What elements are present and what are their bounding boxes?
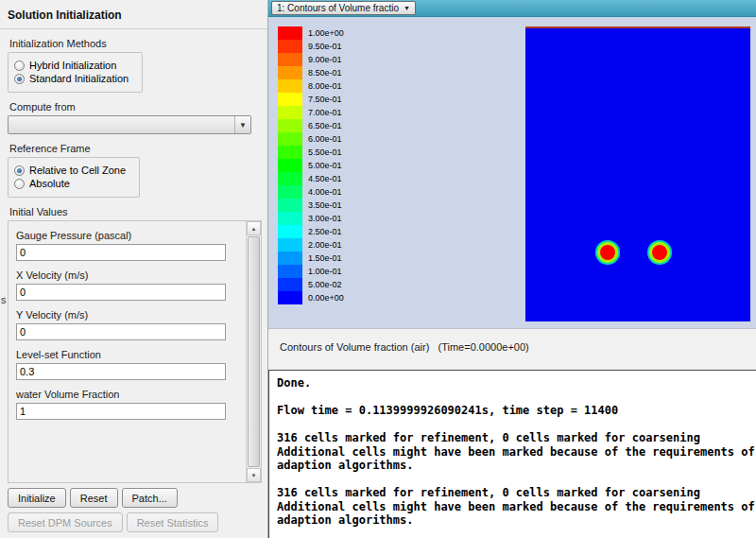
value-field-label: Gauge Pressure (pascal) [16, 230, 245, 241]
patch-button[interactable]: Patch... [122, 488, 178, 508]
clipped-edge-text: s [1, 294, 7, 305]
legend-value-label: 9.00e-01 [308, 55, 342, 64]
scroll-down-icon[interactable]: ▼ [247, 468, 261, 482]
legend-entry: 2.00e-01 [278, 238, 344, 252]
console-line: adaption algorithms. [277, 459, 748, 473]
legend-color-swatch [278, 40, 302, 53]
legend-entry: 1.00e+00 [278, 26, 344, 40]
legend-value-label: 4.00e-01 [308, 187, 342, 197]
console-line: adaption algorithms. [277, 513, 748, 528]
legend-value-label: 7.50e-01 [308, 95, 342, 104]
initial-values-label: Initial Values [9, 206, 267, 217]
legend-value-label: 8.50e-01 [308, 68, 342, 78]
radio-option[interactable]: Absolute [14, 178, 126, 189]
value-input[interactable] [16, 284, 226, 301]
legend-color-swatch [278, 53, 302, 66]
console-line: Done. [277, 376, 748, 390]
legend-color-swatch [278, 119, 302, 132]
legend-color-swatch [278, 291, 302, 304]
value-field: X Velocity (m/s) [9, 269, 245, 301]
value-input[interactable] [16, 323, 226, 340]
radio-option-label: Relative to Cell Zone [29, 165, 126, 176]
initial-values-fields: Gauge Pressure (pascal) X Velocity (m/s)… [9, 221, 245, 482]
legend-entry: 9.50e-01 [278, 40, 344, 53]
legend-value-label: 3.50e-01 [308, 200, 342, 210]
legend-entry: 7.50e-01 [278, 93, 344, 106]
legend-color-swatch [278, 265, 302, 278]
console-line: 316 cells marked for refinement, 0 cells… [277, 486, 748, 500]
value-field-label: Y Velocity (m/s) [16, 309, 245, 321]
reference-frame-group: Relative to Cell Zone Absolute [8, 157, 140, 198]
legend-value-label: 6.00e-01 [308, 134, 342, 144]
radio-button-icon[interactable] [14, 165, 25, 176]
legend-color-swatch [278, 132, 302, 146]
legend-entry: 3.00e-01 [278, 212, 344, 225]
legend-entry: 6.50e-01 [278, 119, 344, 132]
value-field: Gauge Pressure (pascal) [9, 230, 245, 261]
radio-option[interactable]: Hybrid Initialization [14, 60, 129, 71]
legend-value-label: 1.00e-01 [308, 267, 342, 276]
radio-option-label: Hybrid Initialization [29, 60, 116, 71]
console-output[interactable]: Done. Flow time = 0.1139999926090241s, t… [268, 370, 756, 538]
reset-dpm-sources-button: Reset DPM Sources [8, 512, 123, 532]
reset-button[interactable]: Reset [70, 488, 118, 508]
panel-title: Solution Initialization [0, 0, 267, 29]
scrollbar[interactable]: ▲ ▼ [246, 221, 261, 482]
radio-option-label: Absolute [29, 178, 70, 189]
chevron-down-icon[interactable]: ▼ [234, 116, 250, 133]
scroll-up-icon[interactable]: ▲ [247, 221, 261, 235]
legend-entry: 5.00e-02 [278, 278, 344, 291]
legend-color-swatch [278, 225, 302, 238]
initial-values-box: Gauge Pressure (pascal) X Velocity (m/s)… [8, 220, 262, 483]
legend-color-swatch [278, 252, 302, 265]
radio-button-icon[interactable] [14, 61, 25, 71]
graphics-window-header: 1: Contours of Volume fractio ▼ [268, 0, 756, 17]
legend-color-swatch [278, 26, 302, 40]
legend-value-label: 2.50e-01 [308, 227, 342, 236]
legend-value-label: 0.00e+00 [308, 293, 344, 303]
value-field: water Volume Fraction [9, 389, 245, 420]
radio-option[interactable]: Standard Initialization [14, 73, 129, 84]
bubble-contour-2 [649, 242, 670, 263]
legend-value-label: 3.00e-01 [308, 214, 342, 223]
legend-color-swatch [278, 79, 302, 93]
legend-value-label: 2.00e-01 [308, 240, 342, 250]
graphics-view-selector-label: 1: Contours of Volume fractio [277, 3, 399, 13]
console-line: Flow time = 0.1139999926090241s, time st… [277, 404, 748, 418]
value-field-label: water Volume Fraction [16, 389, 245, 400]
radio-option[interactable]: Relative to Cell Zone [14, 165, 126, 176]
legend-color-swatch [278, 66, 302, 79]
value-input[interactable] [16, 403, 226, 420]
colorbar-legend: 1.00e+00 9.50e-01 9.00e-01 8.50e [278, 26, 344, 304]
legend-value-label: 1.00e+00 [308, 28, 344, 38]
compute-from-label: Compute from [9, 101, 267, 113]
value-input[interactable] [16, 244, 226, 261]
legend-value-label: 9.50e-01 [308, 42, 342, 51]
value-input[interactable] [16, 363, 226, 380]
console-line: 316 cells marked for refinement, 0 cells… [277, 431, 748, 445]
legend-color-swatch [278, 159, 302, 172]
initialize-button[interactable]: Initialize [8, 488, 66, 508]
reference-frame-label: Reference Frame [9, 143, 267, 154]
legend-entry: 2.50e-01 [278, 225, 344, 238]
graphics-view-selector[interactable]: 1: Contours of Volume fractio ▼ [271, 1, 416, 15]
legend-value-label: 1.50e-01 [308, 253, 342, 263]
compute-from-dropdown[interactable]: ▼ [8, 115, 251, 134]
right-pane: 1: Contours of Volume fractio ▼ 1.00e+00… [268, 0, 756, 538]
legend-entry: 8.50e-01 [278, 66, 344, 79]
console-line [277, 418, 748, 432]
scrollbar-thumb[interactable] [248, 236, 260, 467]
radio-button-icon[interactable] [14, 74, 25, 84]
chevron-down-icon[interactable]: ▼ [404, 5, 410, 11]
legend-color-swatch [278, 93, 302, 106]
solution-initialization-panel: Solution Initialization Initialization M… [0, 0, 268, 538]
legend-entry: 4.00e-01 [278, 185, 344, 199]
legend-entry: 5.00e-01 [278, 159, 344, 172]
fluent-window: Solution Initialization Initialization M… [0, 0, 756, 538]
radio-option-label: Standard Initialization [29, 73, 129, 84]
radio-button-icon[interactable] [14, 179, 25, 189]
fluid-domain [525, 26, 750, 321]
legend-color-swatch [278, 185, 302, 199]
legend-entry: 9.00e-01 [278, 53, 344, 66]
legend-color-swatch [278, 172, 302, 185]
